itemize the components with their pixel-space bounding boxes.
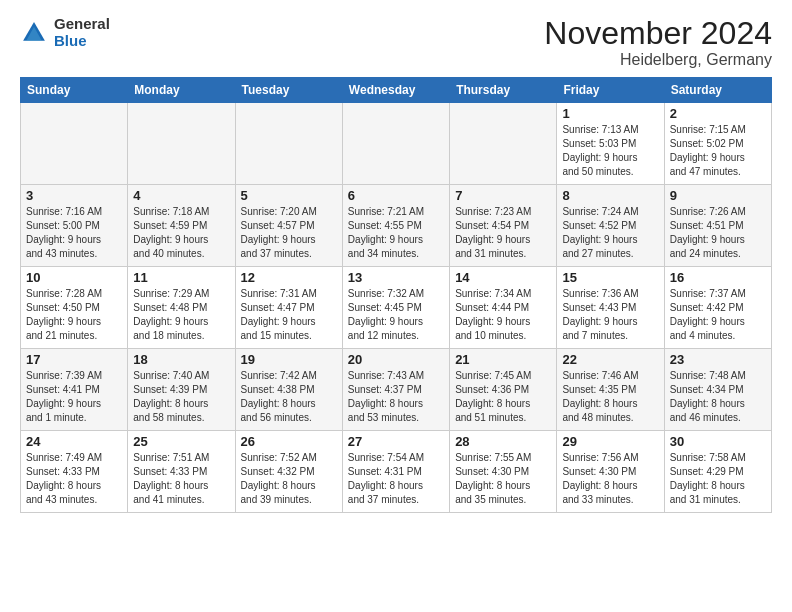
header: General Blue November 2024 Heidelberg, G… [20, 16, 772, 69]
day-info: Sunrise: 7:28 AM Sunset: 4:50 PM Dayligh… [26, 287, 122, 343]
day-info: Sunrise: 7:13 AM Sunset: 5:03 PM Dayligh… [562, 123, 658, 179]
day-info: Sunrise: 7:45 AM Sunset: 4:36 PM Dayligh… [455, 369, 551, 425]
day-number: 28 [455, 434, 551, 449]
cell-w1-d4 [450, 103, 557, 185]
cell-w5-d6: 30Sunrise: 7:58 AM Sunset: 4:29 PM Dayli… [664, 431, 771, 513]
day-number: 2 [670, 106, 766, 121]
cell-w2-d5: 8Sunrise: 7:24 AM Sunset: 4:52 PM Daylig… [557, 185, 664, 267]
cell-w1-d5: 1Sunrise: 7:13 AM Sunset: 5:03 PM Daylig… [557, 103, 664, 185]
page: General Blue November 2024 Heidelberg, G… [0, 0, 792, 523]
day-info: Sunrise: 7:15 AM Sunset: 5:02 PM Dayligh… [670, 123, 766, 179]
cell-w4-d3: 20Sunrise: 7:43 AM Sunset: 4:37 PM Dayli… [342, 349, 449, 431]
cell-w2-d0: 3Sunrise: 7:16 AM Sunset: 5:00 PM Daylig… [21, 185, 128, 267]
logo-blue: Blue [54, 33, 110, 50]
day-info: Sunrise: 7:40 AM Sunset: 4:39 PM Dayligh… [133, 369, 229, 425]
day-number: 26 [241, 434, 337, 449]
cell-w2-d6: 9Sunrise: 7:26 AM Sunset: 4:51 PM Daylig… [664, 185, 771, 267]
cell-w3-d4: 14Sunrise: 7:34 AM Sunset: 4:44 PM Dayli… [450, 267, 557, 349]
cell-w5-d2: 26Sunrise: 7:52 AM Sunset: 4:32 PM Dayli… [235, 431, 342, 513]
day-info: Sunrise: 7:36 AM Sunset: 4:43 PM Dayligh… [562, 287, 658, 343]
day-number: 20 [348, 352, 444, 367]
week-row-5: 24Sunrise: 7:49 AM Sunset: 4:33 PM Dayli… [21, 431, 772, 513]
header-thursday: Thursday [450, 78, 557, 103]
day-number: 22 [562, 352, 658, 367]
day-info: Sunrise: 7:34 AM Sunset: 4:44 PM Dayligh… [455, 287, 551, 343]
cell-w4-d4: 21Sunrise: 7:45 AM Sunset: 4:36 PM Dayli… [450, 349, 557, 431]
day-info: Sunrise: 7:39 AM Sunset: 4:41 PM Dayligh… [26, 369, 122, 425]
day-info: Sunrise: 7:16 AM Sunset: 5:00 PM Dayligh… [26, 205, 122, 261]
day-info: Sunrise: 7:26 AM Sunset: 4:51 PM Dayligh… [670, 205, 766, 261]
title-block: November 2024 Heidelberg, Germany [544, 16, 772, 69]
cell-w5-d3: 27Sunrise: 7:54 AM Sunset: 4:31 PM Dayli… [342, 431, 449, 513]
cell-w3-d2: 12Sunrise: 7:31 AM Sunset: 4:47 PM Dayli… [235, 267, 342, 349]
cell-w5-d0: 24Sunrise: 7:49 AM Sunset: 4:33 PM Dayli… [21, 431, 128, 513]
cell-w3-d0: 10Sunrise: 7:28 AM Sunset: 4:50 PM Dayli… [21, 267, 128, 349]
day-info: Sunrise: 7:56 AM Sunset: 4:30 PM Dayligh… [562, 451, 658, 507]
cell-w1-d2 [235, 103, 342, 185]
cell-w2-d1: 4Sunrise: 7:18 AM Sunset: 4:59 PM Daylig… [128, 185, 235, 267]
day-info: Sunrise: 7:23 AM Sunset: 4:54 PM Dayligh… [455, 205, 551, 261]
day-info: Sunrise: 7:32 AM Sunset: 4:45 PM Dayligh… [348, 287, 444, 343]
cell-w3-d1: 11Sunrise: 7:29 AM Sunset: 4:48 PM Dayli… [128, 267, 235, 349]
day-number: 25 [133, 434, 229, 449]
cell-w1-d0 [21, 103, 128, 185]
day-info: Sunrise: 7:21 AM Sunset: 4:55 PM Dayligh… [348, 205, 444, 261]
day-info: Sunrise: 7:18 AM Sunset: 4:59 PM Dayligh… [133, 205, 229, 261]
day-info: Sunrise: 7:43 AM Sunset: 4:37 PM Dayligh… [348, 369, 444, 425]
day-number: 5 [241, 188, 337, 203]
day-info: Sunrise: 7:37 AM Sunset: 4:42 PM Dayligh… [670, 287, 766, 343]
day-info: Sunrise: 7:46 AM Sunset: 4:35 PM Dayligh… [562, 369, 658, 425]
day-number: 13 [348, 270, 444, 285]
day-number: 17 [26, 352, 122, 367]
day-number: 21 [455, 352, 551, 367]
header-wednesday: Wednesday [342, 78, 449, 103]
cell-w3-d3: 13Sunrise: 7:32 AM Sunset: 4:45 PM Dayli… [342, 267, 449, 349]
day-number: 10 [26, 270, 122, 285]
day-info: Sunrise: 7:48 AM Sunset: 4:34 PM Dayligh… [670, 369, 766, 425]
day-number: 3 [26, 188, 122, 203]
day-number: 15 [562, 270, 658, 285]
day-number: 23 [670, 352, 766, 367]
logo-text: General Blue [54, 16, 110, 49]
cell-w1-d6: 2Sunrise: 7:15 AM Sunset: 5:02 PM Daylig… [664, 103, 771, 185]
day-number: 27 [348, 434, 444, 449]
cell-w1-d3 [342, 103, 449, 185]
day-number: 8 [562, 188, 658, 203]
logo: General Blue [20, 16, 110, 49]
cell-w4-d2: 19Sunrise: 7:42 AM Sunset: 4:38 PM Dayli… [235, 349, 342, 431]
logo-icon [20, 19, 48, 47]
day-number: 4 [133, 188, 229, 203]
cell-w4-d5: 22Sunrise: 7:46 AM Sunset: 4:35 PM Dayli… [557, 349, 664, 431]
day-info: Sunrise: 7:54 AM Sunset: 4:31 PM Dayligh… [348, 451, 444, 507]
day-number: 11 [133, 270, 229, 285]
logo-general: General [54, 16, 110, 33]
cell-w4-d0: 17Sunrise: 7:39 AM Sunset: 4:41 PM Dayli… [21, 349, 128, 431]
day-info: Sunrise: 7:29 AM Sunset: 4:48 PM Dayligh… [133, 287, 229, 343]
day-number: 14 [455, 270, 551, 285]
day-info: Sunrise: 7:49 AM Sunset: 4:33 PM Dayligh… [26, 451, 122, 507]
day-number: 24 [26, 434, 122, 449]
day-number: 16 [670, 270, 766, 285]
day-info: Sunrise: 7:52 AM Sunset: 4:32 PM Dayligh… [241, 451, 337, 507]
cell-w4-d6: 23Sunrise: 7:48 AM Sunset: 4:34 PM Dayli… [664, 349, 771, 431]
cell-w4-d1: 18Sunrise: 7:40 AM Sunset: 4:39 PM Dayli… [128, 349, 235, 431]
day-number: 18 [133, 352, 229, 367]
day-number: 1 [562, 106, 658, 121]
cell-w5-d5: 29Sunrise: 7:56 AM Sunset: 4:30 PM Dayli… [557, 431, 664, 513]
cell-w5-d4: 28Sunrise: 7:55 AM Sunset: 4:30 PM Dayli… [450, 431, 557, 513]
week-row-3: 10Sunrise: 7:28 AM Sunset: 4:50 PM Dayli… [21, 267, 772, 349]
day-info: Sunrise: 7:24 AM Sunset: 4:52 PM Dayligh… [562, 205, 658, 261]
day-info: Sunrise: 7:42 AM Sunset: 4:38 PM Dayligh… [241, 369, 337, 425]
week-row-2: 3Sunrise: 7:16 AM Sunset: 5:00 PM Daylig… [21, 185, 772, 267]
weekday-header-row: Sunday Monday Tuesday Wednesday Thursday… [21, 78, 772, 103]
day-info: Sunrise: 7:51 AM Sunset: 4:33 PM Dayligh… [133, 451, 229, 507]
day-number: 7 [455, 188, 551, 203]
day-info: Sunrise: 7:31 AM Sunset: 4:47 PM Dayligh… [241, 287, 337, 343]
week-row-4: 17Sunrise: 7:39 AM Sunset: 4:41 PM Dayli… [21, 349, 772, 431]
month-title: November 2024 [544, 16, 772, 51]
cell-w1-d1 [128, 103, 235, 185]
day-info: Sunrise: 7:20 AM Sunset: 4:57 PM Dayligh… [241, 205, 337, 261]
cell-w5-d1: 25Sunrise: 7:51 AM Sunset: 4:33 PM Dayli… [128, 431, 235, 513]
day-number: 29 [562, 434, 658, 449]
header-sunday: Sunday [21, 78, 128, 103]
